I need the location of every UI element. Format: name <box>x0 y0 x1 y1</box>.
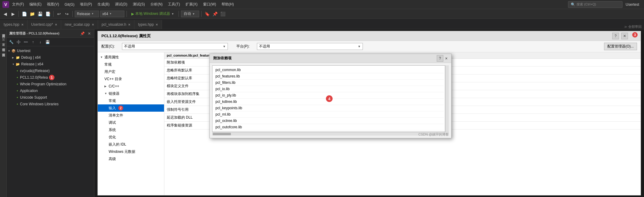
deps-item-3: pcl_io.lib <box>214 86 444 92</box>
add-deps-help-btn[interactable]: ? <box>437 55 443 62</box>
menu-build[interactable]: 生成(B) <box>95 1 112 8</box>
props-tree-linker-input[interactable]: 输入 2 <box>98 104 164 112</box>
tab-close-4[interactable]: ✕ <box>128 23 130 26</box>
run-btn[interactable]: ▶ 本地 Windows 调试器 ▼ <box>129 11 176 17</box>
bookmark-btn[interactable]: 🔖 <box>204 11 210 17</box>
v-tab-1[interactable]: 解决方案资源管理器 <box>0 29 6 34</box>
tree-arrow-usertest: ▼ <box>8 50 11 52</box>
menu-tools[interactable]: 工具(T) <box>166 1 182 8</box>
dialog-close-btn[interactable]: ✕ <box>621 33 628 39</box>
tab-types-hpp-1[interactable]: types.hpp ✕ <box>0 20 28 29</box>
menu-window[interactable]: 窗口(W) <box>201 1 218 8</box>
tab-usertest-cpp[interactable]: Usertest.cpp* ✕ <box>28 20 61 29</box>
v-tab-4[interactable]: 团队资源管理器 <box>0 49 6 54</box>
menu-file[interactable]: 文件(F) <box>10 1 26 8</box>
menu-test[interactable]: 测试(S) <box>130 1 147 8</box>
deps-list[interactable]: 4 pcl_common.lib pcl_features.lib pcl_fi… <box>212 65 445 132</box>
add-deps-titlebar: 附加依赖项 ? × <box>210 54 451 63</box>
props-tree-vcdirs[interactable]: VC++ 目录 <box>98 75 164 83</box>
badge-4: 4 <box>326 95 333 102</box>
menu-help[interactable]: 帮助(H) <box>219 1 236 8</box>
sidebar-pin-btn[interactable]: 📌 <box>79 31 86 36</box>
props-tree-general[interactable]: ▼ 通用属性 <box>98 54 164 61</box>
tree-item-debug[interactable]: ▶ 📁 Debug | x64 <box>7 54 94 61</box>
tree-item-wpo[interactable]: ✦ Whole Program Optimization <box>7 81 94 87</box>
save-btn[interactable]: 💾 <box>37 11 43 17</box>
pin-btn[interactable]: 📌 <box>212 11 218 17</box>
props-tree-system[interactable]: 系统 <box>98 126 164 133</box>
menu-view[interactable]: 视图(V) <box>44 1 61 8</box>
sidebar-down-btn[interactable]: ↓ <box>37 39 44 45</box>
tree-item-release[interactable]: ▼ 📂 Release | x64 <box>7 61 94 67</box>
add-deps-close-btn[interactable]: × <box>445 56 448 61</box>
toolbar-sep-5 <box>179 11 179 17</box>
tab-new-scalar-cpp[interactable]: new_scalar.cpp ✕ <box>61 20 98 29</box>
platform-dropdown-arrow: ▼ <box>109 12 112 15</box>
props-tree-linker[interactable]: ▼ 链接器 <box>98 90 164 97</box>
deps-item-9: pcl_outofcore.lib <box>214 124 444 130</box>
tree-item-pcl[interactable]: ✦ PCL1.12.0(Relea 1 <box>7 74 94 81</box>
tree-item-usertest[interactable]: ▼ 📦 Usertest <box>7 48 94 54</box>
tree-item-core-windows[interactable]: ✦ Core Windows Libraries <box>7 101 94 107</box>
platform-dropdown[interactable]: 不适用 ▼ <box>257 43 363 50</box>
forward-btn[interactable]: ▶ <box>10 11 16 17</box>
props-tree-usermacro[interactable]: 用户宏 <box>98 68 164 75</box>
config-dropdown-arrow: ▼ <box>91 12 94 15</box>
auto-dropdown[interactable]: 自动 ▼ <box>181 11 199 17</box>
props-tree-winmeta[interactable]: Windows 元数据 <box>98 148 164 155</box>
tree-item-unicode[interactable]: ✦ Unicode Support <box>7 94 94 101</box>
new-file-btn[interactable]: 📄 <box>21 11 28 17</box>
props-tree-label-linker-common: 常规 <box>109 98 116 103</box>
props-tree-cpp[interactable]: ▶ C/C++ <box>98 83 164 90</box>
tab-close-3[interactable]: ✕ <box>92 23 94 26</box>
config-dropdown[interactable]: Release ▼ <box>75 11 99 17</box>
add-deps-horiz-scrollbar[interactable] <box>212 132 449 136</box>
open-btn[interactable]: 📁 <box>29 11 35 17</box>
undo-btn[interactable]: ↩ <box>56 11 62 17</box>
tree-item-application[interactable]: ✦ Application <box>7 87 94 94</box>
menu-debug[interactable]: 调试(D) <box>113 1 130 8</box>
tab-types-hpp-2[interactable]: types.hpp ✕ <box>134 20 162 29</box>
main-toolbar: ◀ ▶ 📄 📁 💾 📑 ↩ ↪ Release ▼ x64 ▼ ▶ 本地 Win… <box>0 9 644 19</box>
sidebar-close-btn[interactable]: ✕ <box>87 31 92 36</box>
redo-btn[interactable]: ↪ <box>64 11 70 17</box>
props-tree-debug-linker[interactable]: 调试 <box>98 119 164 126</box>
props-tree-idl[interactable]: 嵌入的 IDL <box>98 141 164 148</box>
sidebar-add-btn[interactable]: ➕ <box>15 39 22 45</box>
deps-item-7: pcl_ml.lib <box>214 111 444 118</box>
config-manager-btn[interactable]: 配置管理器(O)... <box>604 43 637 50</box>
dialog-help-btn[interactable]: ? <box>612 33 619 39</box>
props-tree-linker-common[interactable]: 常规 <box>98 97 164 104</box>
sidebar-up-btn[interactable]: ↑ <box>30 39 36 45</box>
tree-item-cv-cuda[interactable]: ✦ cv(cuda)(Release) <box>7 67 94 74</box>
props-tree-advanced[interactable]: 高级 <box>98 155 164 163</box>
menu-project[interactable]: 项目(P) <box>77 1 94 8</box>
menu-edit[interactable]: 编辑(E) <box>27 1 44 8</box>
global-search[interactable]: 🔍 搜索 (Ctrl+Q) <box>568 1 623 8</box>
config-dropdown[interactable]: 不适用 ▼ <box>122 43 228 50</box>
v-tab-2[interactable]: Git更改 <box>0 34 6 44</box>
tree-arrow-debug: ▶ <box>12 56 15 59</box>
tab-close-1[interactable]: ✕ <box>21 23 24 26</box>
platform-dropdown[interactable]: x64 ▼ <box>100 11 124 17</box>
main-layout: 解决方案资源管理器 Git更改 属性管理器 团队资源管理器 属性管理器 - PC… <box>0 29 644 197</box>
sidebar-save-btn[interactable]: 💾 <box>44 39 51 45</box>
menu-bar: V 文件(F) 编辑(E) 视图(V) Git(G) 项目(P) 生成(B) 调… <box>0 0 644 9</box>
sidebar-remove-btn[interactable]: ➖ <box>22 39 29 45</box>
props-tree-common[interactable]: 常规 <box>98 61 164 68</box>
back-btn[interactable]: ◀ <box>2 11 8 17</box>
props-tree-optimize[interactable]: 优化 <box>98 133 164 141</box>
tab-close-5[interactable]: ✕ <box>156 23 158 26</box>
tab-close-2[interactable]: ✕ <box>55 23 57 26</box>
menu-analyze[interactable]: 分析(N) <box>148 1 165 8</box>
save-all-btn[interactable]: 📑 <box>44 11 51 17</box>
tab-pcl-visualizer-h[interactable]: pcl_visualizer.h ✕ <box>98 20 134 29</box>
v-tab-3[interactable]: 属性管理器 <box>0 44 6 49</box>
props-tree-manifest[interactable]: 清单文件 <box>98 112 164 119</box>
menu-git[interactable]: Git(G) <box>62 1 77 8</box>
config-value: 不适用 <box>124 44 135 49</box>
sidebar-props-btn[interactable]: 🔧 <box>8 39 15 45</box>
menu-extensions[interactable]: 扩展(X) <box>183 1 200 8</box>
add-deps-scrollbar[interactable] <box>445 65 449 132</box>
breakpoint-btn[interactable]: ⬛ <box>219 11 226 17</box>
